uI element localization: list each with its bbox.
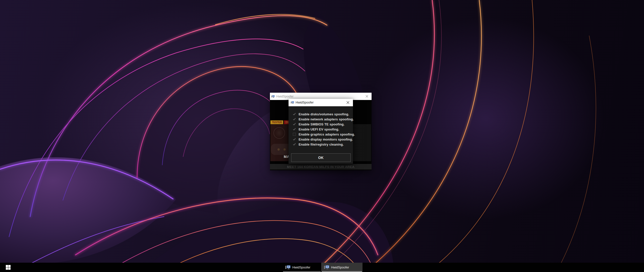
checkbox-label: Enable SMBIOS TE spoofing. xyxy=(299,122,344,126)
checkmark-icon xyxy=(293,118,296,121)
checkmark-icon xyxy=(293,128,296,131)
taskbar-items: HwidSpoofer HwidSpoofer xyxy=(283,263,363,272)
dialog-close-icon[interactable] xyxy=(345,100,351,105)
checkbox-label: Enable graphics adapters spoofing. xyxy=(299,132,355,136)
checkbox[interactable] xyxy=(293,133,296,136)
hwidspoofer-taskbar-icon xyxy=(285,265,291,270)
checkbox[interactable] xyxy=(293,138,296,141)
start-button[interactable] xyxy=(3,263,13,272)
checkbox-row[interactable]: Enable UEFI EV spoofing. xyxy=(289,127,353,132)
checkbox-row[interactable]: Enable graphics adapters spoofing. xyxy=(289,132,353,137)
background-window-title: HwidSpoofer xyxy=(276,95,364,98)
checkbox-row[interactable]: Enable file/registry cleaning. xyxy=(289,142,353,147)
dialog-titlebar: HwidSpoofer xyxy=(289,99,353,106)
hwidspoofer-app-icon xyxy=(271,95,275,98)
checkmark-icon xyxy=(293,113,296,116)
taskbar-item-indicator xyxy=(322,271,362,272)
checkbox[interactable] xyxy=(293,123,296,126)
checkbox-list: Enable disks/volumes spoofing. Enable ne… xyxy=(289,112,353,147)
tester-badge: TESTER xyxy=(270,120,283,124)
taskbar-item[interactable]: HwidSpoofer xyxy=(321,263,363,272)
checkbox-label: Enable disks/volumes spoofing. xyxy=(299,112,349,116)
taskbar-item[interactable]: HwidSpoofer xyxy=(283,263,321,272)
checkbox-label: Enable display monitors spoofing. xyxy=(299,138,353,141)
checkmark-icon xyxy=(293,123,296,126)
ad-banner[interactable]: MEET 164 KOREAN MILFS IN YOUR AREA xyxy=(270,164,372,169)
checkbox[interactable] xyxy=(293,128,296,131)
hwidspoofer-dialog: HwidSpoofer Enable disks/volumes spoofin… xyxy=(289,99,353,164)
checkbox[interactable] xyxy=(293,143,296,146)
dialog-body: Enable disks/volumes spoofing. Enable ne… xyxy=(289,106,353,164)
checkbox-row[interactable]: Enable disks/volumes spoofing. xyxy=(289,112,353,117)
checkbox[interactable] xyxy=(293,118,296,121)
checkbox-row[interactable]: Enable network adapters spoofing. xyxy=(289,117,353,122)
taskbar-item-label: HwidSpoofer xyxy=(292,266,310,269)
desktop: HwidSpoofer TESTER DEVELOPER MA MEET 164… xyxy=(0,0,644,272)
hwidspoofer-taskbar-icon xyxy=(324,265,329,270)
checkbox[interactable] xyxy=(293,113,296,116)
checkmark-icon xyxy=(293,143,296,146)
checkbox-label: Enable file/registry cleaning. xyxy=(299,143,344,146)
taskbar-item-indicator xyxy=(283,271,321,272)
checkbox-row[interactable]: Enable SMBIOS TE spoofing. xyxy=(289,122,353,127)
checkbox-label: Enable UEFI EV spoofing. xyxy=(299,127,339,131)
taskbar-item-label: HwidSpoofer xyxy=(331,266,349,269)
taskbar: HwidSpoofer HwidSpoofer xyxy=(0,263,644,272)
checkmark-icon xyxy=(293,138,296,141)
checkbox-label: Enable network adapters spoofing. xyxy=(299,117,354,121)
dialog-title: HwidSpoofer xyxy=(296,101,345,104)
windows-logo-icon xyxy=(6,265,11,270)
coin-graphic xyxy=(273,127,285,139)
hwidspoofer-app-icon xyxy=(291,101,294,104)
checkbox-row[interactable]: Enable display monitors spoofing. xyxy=(289,137,353,142)
background-window-close-icon[interactable] xyxy=(364,94,370,99)
ok-button[interactable]: OK xyxy=(291,153,351,162)
ad-banner-text: MEET 164 KOREAN MILFS IN YOUR AREA xyxy=(287,165,354,169)
